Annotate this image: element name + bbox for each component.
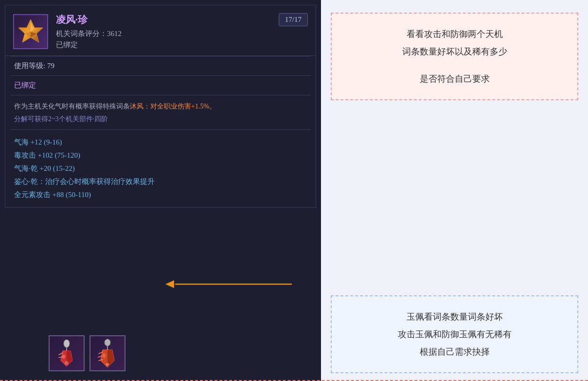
spacer: [331, 100, 578, 277]
pink-line4: 是否符合自己要求: [345, 70, 564, 88]
arrow-svg: [165, 278, 292, 290]
decompose-text: 分解可获得2~3个机关部件·四阶: [14, 115, 307, 124]
gem-1-svg: [52, 336, 81, 370]
arrow-row: [331, 277, 578, 291]
svg-marker-22: [165, 280, 174, 288]
gem-2-svg: [93, 336, 122, 370]
info-box-blue: 玉佩看词条数量词条好坏 攻击玉佩和防御玉佩有无稀有 根据自己需求抉择: [331, 295, 578, 373]
item-icon-svg: [16, 17, 45, 46]
item-card: 凌风·珍 机关词条评分：3612 已绑定 17/17 使用等级: 79 已绑定: [5, 5, 316, 208]
description-text: 作为主机关化气时有概率获得特殊词条沐风：对全职业伤害+1.5%。: [14, 101, 307, 112]
svg-point-12: [105, 339, 110, 346]
use-level: 使用等级: 79: [14, 61, 307, 71]
pink-line2: 词条数量好坏以及稀有多少: [345, 43, 564, 60]
svg-point-9: [65, 361, 69, 365]
use-level-section: 使用等级: 79: [5, 56, 316, 75]
stat-1: 毒攻击 +102 (75-120): [14, 149, 307, 162]
pink-line1: 看看攻击和防御两个天机: [345, 25, 564, 43]
gem-item-2[interactable]: [89, 335, 125, 371]
left-panel: 凌风·珍 机关词条评分：3612 已绑定 17/17 使用等级: 79 已绑定: [0, 0, 321, 381]
bottom-items: [49, 335, 125, 371]
item-score: 机关词条评分：3612: [56, 29, 308, 38]
blue-line1: 玉佩看词条数量词条好坏: [345, 308, 564, 326]
item-info: 凌风·珍 机关词条评分：3612 已绑定: [56, 13, 308, 50]
item-count-badge: 17/17: [279, 13, 308, 26]
blue-line3: 根据自己需求抉择: [345, 343, 564, 361]
stat-0: 气海 +12 (9-16): [14, 136, 307, 149]
item-name: 凌风·珍: [56, 13, 308, 26]
svg-point-20: [106, 363, 109, 366]
description-section: 作为主机关化气时有概率获得特殊词条沐风：对全职业伤害+1.5%。 分解可获得2~…: [5, 95, 316, 129]
right-panel: 看看攻击和防御两个天机 词条数量好坏以及稀有多少 是否符合自己要求 玉佩看词条数…: [321, 0, 588, 381]
stats-section: 气海 +12 (9-16) 毒攻击 +102 (75-120) 气海·乾 +20…: [5, 130, 316, 207]
stat-3: 鉴心·乾：治疗会心时概率获得治疗效果提升: [14, 175, 307, 188]
item-header: 凌风·珍 机关词条评分：3612 已绑定 17/17: [5, 5, 316, 56]
info-box-pink: 看看攻击和防御两个天机 词条数量好坏以及稀有多少 是否符合自己要求: [331, 13, 578, 100]
bound-section: 已绑定: [5, 76, 316, 95]
arrow-container: [165, 278, 292, 290]
svg-point-4: [64, 340, 70, 347]
stat-2: 气海·乾 +20 (15-22): [14, 162, 307, 175]
item-bound-header: 已绑定: [56, 40, 308, 50]
bound-status: 已绑定: [14, 81, 307, 90]
svg-point-16: [103, 353, 106, 358]
gem-item-1[interactable]: [49, 335, 85, 371]
stat-4: 全元素攻击 +88 (50-110): [14, 188, 307, 201]
page-wrapper: 凌风·珍 机关词条评分：3612 已绑定 17/17 使用等级: 79 已绑定: [0, 0, 588, 381]
blue-line2: 攻击玉佩和防御玉佩有无稀有: [345, 326, 564, 343]
item-icon: [13, 14, 48, 49]
